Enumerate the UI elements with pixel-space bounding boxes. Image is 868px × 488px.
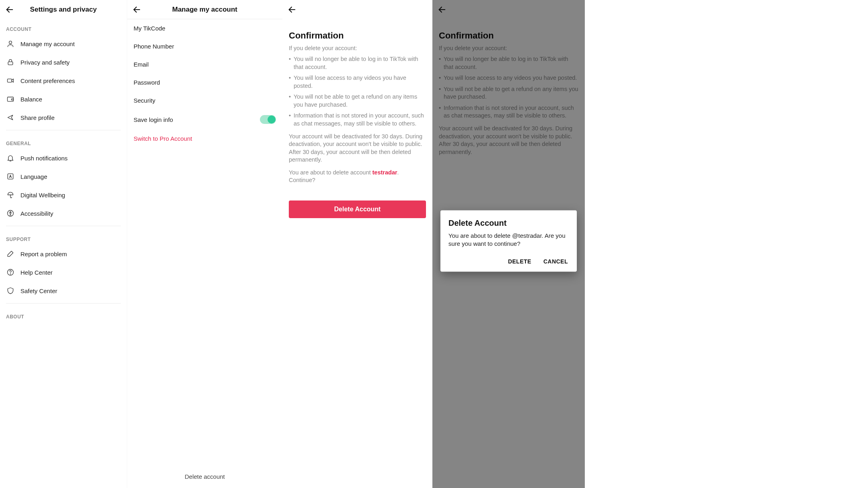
row-label: Email — [134, 61, 276, 68]
language-icon — [6, 172, 15, 181]
divider — [6, 303, 121, 304]
svg-rect-7 — [8, 174, 13, 179]
confirmation-body: Confirmation If you delete your account:… — [282, 19, 432, 218]
page-title: Manage my account — [127, 6, 282, 14]
confirmation-list: You will no longer be able to log in to … — [289, 55, 426, 128]
row-label: Help Center — [20, 269, 121, 276]
video-icon — [6, 76, 15, 85]
row-label: Report a problem — [20, 251, 121, 257]
delete-account-label: Delete account — [185, 473, 225, 480]
row-language[interactable]: Language — [0, 167, 127, 186]
row-label: Phone Number — [134, 43, 276, 50]
confirmation-title: Confirmation — [289, 30, 426, 41]
settings-header: Settings and privacy — [0, 0, 127, 19]
row-label: My TikCode — [134, 25, 276, 32]
back-button[interactable] — [131, 4, 142, 15]
delete-question: You are about to delete account testrada… — [289, 169, 426, 184]
svg-rect-6 — [12, 99, 14, 100]
row-label: Accessibility — [20, 210, 121, 217]
confirmation-bullet: Information that is not stored in your a… — [289, 112, 426, 128]
row-label: Balance — [20, 96, 121, 103]
back-arrow-icon — [5, 5, 14, 14]
confirmation-panel: Confirmation If you delete your account:… — [282, 0, 432, 488]
section-label-general: GENERAL — [0, 134, 127, 149]
row-label: Digital Wellbeing — [20, 192, 121, 198]
row-label: Share profile — [20, 114, 121, 121]
delete-account-button[interactable]: Delete Account — [289, 200, 426, 218]
confirmation-bullet: You will no longer be able to log in to … — [289, 55, 426, 71]
row-label: Privacy and safety — [20, 59, 121, 66]
row-label: Content preferences — [20, 77, 121, 84]
row-content-preferences[interactable]: Content preferences — [0, 71, 127, 90]
divider — [6, 130, 121, 130]
row-save-login-info[interactable]: Save login info — [127, 109, 282, 130]
section-label-about: ABOUT — [0, 307, 127, 322]
divider — [6, 226, 121, 226]
accessibility-icon — [6, 209, 15, 218]
svg-point-1 — [9, 41, 12, 44]
row-label: Password — [134, 79, 276, 86]
share-icon — [6, 113, 15, 122]
confirmation-bullet: You will lose access to any videos you h… — [289, 74, 426, 90]
svg-point-11 — [10, 274, 11, 274]
lock-icon — [6, 58, 15, 67]
row-safety-center[interactable]: Safety Center — [0, 281, 127, 300]
svg-rect-5 — [8, 97, 14, 101]
dialog-actions: DELETE CANCEL — [448, 256, 569, 267]
umbrella-icon — [6, 190, 15, 199]
row-password[interactable]: Password — [127, 73, 282, 91]
shield-icon — [6, 286, 15, 295]
row-digital-wellbeing[interactable]: Digital Wellbeing — [0, 186, 127, 204]
delete-account-link[interactable]: Delete account — [127, 473, 282, 480]
row-email[interactable]: Email — [127, 55, 282, 73]
row-label: Save login info — [134, 116, 260, 123]
svg-rect-3 — [8, 79, 12, 82]
row-phone-number[interactable]: Phone Number — [127, 37, 282, 55]
row-accessibility[interactable]: Accessibility — [0, 204, 127, 223]
save-login-toggle[interactable] — [260, 115, 276, 124]
row-label: Safety Center — [20, 288, 121, 294]
back-arrow-icon — [288, 5, 296, 14]
username: testradar — [372, 169, 397, 176]
person-icon — [6, 39, 15, 48]
row-privacy-safety[interactable]: Privacy and safety — [0, 53, 127, 71]
row-label: Manage my account — [20, 40, 121, 47]
section-label-account: ACCOUNT — [0, 19, 127, 34]
back-button[interactable] — [4, 4, 15, 15]
row-my-tikcode[interactable]: My TikCode — [127, 19, 282, 37]
help-icon — [6, 268, 15, 277]
row-push-notifications[interactable]: Push notifications — [0, 149, 127, 167]
pencil-icon — [6, 249, 15, 258]
row-help-center[interactable]: Help Center — [0, 263, 127, 281]
row-switch-pro-account[interactable]: Switch to Pro Account — [127, 130, 282, 148]
question-prefix: You are about to delete account — [289, 169, 372, 176]
delete-dialog: Delete Account You are about to delete @… — [440, 210, 577, 272]
manage-account-panel: Manage my account My TikCode Phone Numbe… — [127, 0, 282, 488]
row-security[interactable]: Security — [127, 91, 282, 109]
deactivate-paragraph: Your account will be deactivated for 30 … — [289, 133, 426, 164]
confirmation-header — [282, 0, 432, 19]
svg-rect-2 — [8, 62, 13, 65]
wallet-icon — [6, 95, 15, 103]
settings-panel: Settings and privacy ACCOUNT Manage my a… — [0, 0, 127, 488]
row-label: Push notifications — [20, 155, 121, 162]
page-title: Settings and privacy — [0, 6, 127, 14]
dialog-body: You are about to delete @testradar. Are … — [448, 231, 569, 248]
dialog-cancel-button[interactable]: CANCEL — [543, 256, 569, 267]
row-balance[interactable]: Balance — [0, 90, 127, 108]
dialog-delete-button[interactable]: DELETE — [507, 256, 532, 267]
dialog-title: Delete Account — [448, 218, 569, 227]
row-report-problem[interactable]: Report a problem — [0, 245, 127, 263]
confirmation-dialog-panel: Confirmation If you delete your account:… — [432, 0, 585, 488]
confirmation-bullet: You will not be able to get a refund on … — [289, 93, 426, 109]
svg-point-9 — [10, 211, 11, 213]
row-label: Language — [20, 173, 121, 180]
row-share-profile[interactable]: Share profile — [0, 108, 127, 127]
row-manage-account[interactable]: Manage my account — [0, 34, 127, 53]
switch-pro-link: Switch to Pro Account — [134, 135, 276, 142]
bell-icon — [6, 154, 15, 162]
row-label: Security — [134, 97, 276, 104]
section-label-support: SUPPORT — [0, 229, 127, 245]
back-button[interactable] — [286, 4, 298, 15]
confirmation-intro: If you delete your account: — [289, 45, 426, 51]
